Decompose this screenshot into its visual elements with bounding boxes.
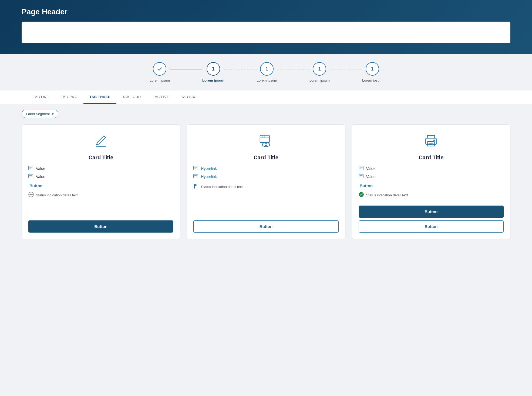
card-card1-value-1: Value [28,166,173,172]
step-connector-4 [330,69,362,69]
card-card1-values: Value Value [28,166,173,180]
svg-point-15 [262,143,270,147]
step-circle-1[interactable] [153,62,166,76]
card-card2-status-text: Status indication detail text [201,185,243,189]
value-icon [359,166,363,172]
svg-point-27 [433,139,435,141]
step-connector-2 [224,69,257,69]
step-connector-3 [277,69,309,69]
card-card3-status-text: Status indication detail text [366,193,408,197]
value-icon [193,174,198,180]
step-label-4: Lorem ipsum [309,78,330,82]
svg-point-16 [265,144,267,146]
card-card2-footer: Button [193,218,338,233]
card-card3-value-1: Value [359,166,504,172]
step-label-2: Lorem ipsum [202,78,224,82]
tab-item-tab4[interactable]: TAB FOUR [116,90,147,104]
card-card1-text-button[interactable]: Button [28,183,42,188]
card-card1-value-2: Value [28,174,173,180]
step-item-2: 1Lorem ipsum [202,62,224,82]
card-card3-footer-btn-1[interactable]: Button [359,206,504,218]
card-card2-value-1[interactable]: Hyperlink [193,166,338,172]
content-section: Label Segment▾ Card Title Value ValueBut… [0,104,532,239]
step-label-1: Lorem ipsum [150,78,170,82]
step-circle-4: 1 [313,62,326,76]
card-card3-footer: ButtonButton [359,203,504,233]
card-card1-title: Card Title [89,155,113,161]
card-card1-status-icon [28,192,34,199]
svg-point-38 [359,192,364,197]
step-item-4: 1Lorem ipsum [309,62,330,82]
card-card3-status: Status indication detail text [359,192,504,199]
step-circle-2[interactable]: 1 [207,62,220,76]
value-icon [28,174,33,180]
svg-rect-26 [427,142,435,146]
label-segment-button[interactable]: Label Segment▾ [22,110,58,118]
filter-row: Label Segment▾ [22,104,510,122]
card-card1-footer: Button [28,218,173,233]
card-card2: Card Title Hyperlink Hyperlink Status in… [187,125,345,239]
step-connector-1 [170,69,202,69]
label-segment-text: Label Segment [26,112,50,116]
card-card3-title: Card Title [419,155,443,161]
tab-item-tab1[interactable]: TAB ONE [27,90,55,104]
card-card3-value-2: Value [359,174,504,180]
card-card2-status-icon [193,183,199,190]
chevron-down-icon: ▾ [52,112,54,116]
card-card2-values: Hyperlink Hyperlink [193,166,338,180]
step-circle-3: 1 [260,62,274,76]
step-item-3: 1Lorem ipsum [257,62,277,82]
page-header: Page Header [0,0,532,54]
card-card3-values: Value Value [359,166,504,180]
header-banner [22,22,510,43]
cards-grid: Card Title Value ValueButton Status indi… [22,125,510,239]
tabs-section: TAB ONETAB TWOTAB THREETAB FOURTAB FIVET… [0,90,532,104]
card-card1-footer-btn-1[interactable]: Button [28,220,173,233]
card-card2-title: Card Title [254,155,278,161]
page-header-title: Page Header [22,8,510,16]
value-icon [28,166,33,172]
card-card2-footer-btn-1[interactable]: Button [193,220,338,233]
card-card1-icon [93,133,109,150]
step-label-3: Lorem ipsum [257,78,277,82]
svg-rect-11 [260,135,270,143]
step-circle-5: 1 [366,62,379,76]
step-label-5: Lorem ipsum [362,78,382,82]
tab-item-tab6[interactable]: TAB SIX [175,90,201,104]
card-card2-value-2[interactable]: Hyperlink [193,174,338,180]
card-card3-text-button[interactable]: Button [359,183,373,188]
card-card1-status-text: Status indication detail text [36,193,78,197]
card-card2-status: Status indication detail text [193,183,338,190]
card-card3-status-icon [359,192,364,199]
step-item-5: 1Lorem ipsum [362,62,382,82]
tab-item-tab3[interactable]: TAB THREE [83,90,116,104]
card-card3: Card Title Value ValueButton Status indi… [352,125,510,239]
card-card1-status: Status indication detail text [28,192,173,199]
stepper: Lorem ipsum1Lorem ipsum1Lorem ipsum1Lore… [0,54,532,88]
card-card1: Card Title Value ValueButton Status indi… [22,125,180,239]
card-card3-footer-btn-2[interactable]: Button [359,220,504,233]
tab-item-tab5[interactable]: TAB FIVE [147,90,175,104]
tabs-container: TAB ONETAB TWOTAB THREETAB FOURTAB FIVET… [22,90,510,104]
tabs-list: TAB ONETAB TWOTAB THREETAB FOURTAB FIVET… [22,90,510,104]
tab-item-tab2[interactable]: TAB TWO [55,90,84,104]
card-card3-icon [423,133,439,150]
step-item-1: Lorem ipsum [150,62,170,82]
card-card2-icon [258,133,274,150]
value-icon [359,174,363,180]
value-icon [193,166,198,172]
